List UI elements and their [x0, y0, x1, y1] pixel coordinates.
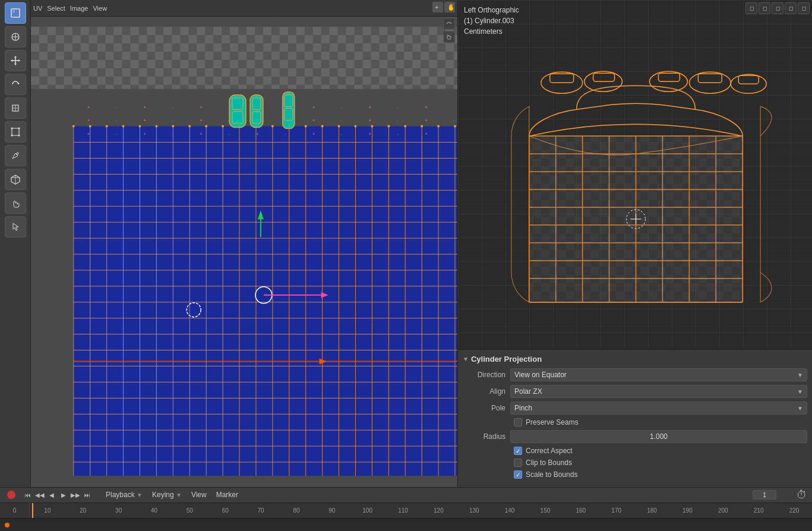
svg-rect-136	[252, 112, 261, 124]
svg-marker-10	[18, 59, 20, 62]
uv-canvas[interactable]: + + + + + + + - - - - - -	[31, 17, 457, 487]
svg-text:+: +	[256, 131, 259, 137]
vp-icon-5[interactable]: ◻	[798, 2, 810, 14]
pointer-tool-button[interactable]	[5, 216, 26, 238]
svg-text:+: +	[87, 105, 90, 110]
jump-start-button[interactable]: ⏮	[23, 489, 33, 500]
direction-dropdown[interactable]: View on Equator ▼	[510, 368, 807, 381]
frame-210: 210	[741, 507, 776, 514]
svg-text:+: +	[87, 131, 90, 137]
hand-icon-button[interactable]	[443, 31, 455, 43]
ruler-numbers: 10 20 30 40 50 60 70 80 90 100 110 120 1…	[30, 507, 812, 514]
scale-to-bounds-container[interactable]: ✓ Scale to Bounds	[514, 470, 577, 479]
rotate-tool-button[interactable]	[5, 74, 26, 95]
svg-point-109	[138, 125, 141, 128]
svg-marker-8	[14, 64, 17, 65]
clip-to-bounds-container[interactable]: Clip to Bounds	[514, 459, 572, 467]
transform-tool-button[interactable]	[5, 121, 26, 143]
svg-text:+: +	[87, 118, 90, 123]
correct-aspect-checkbox[interactable]: ✓	[514, 447, 522, 455]
preserve-seams-checkbox[interactable]	[514, 418, 522, 426]
viewport-3d[interactable]: Left Orthographic (1) Cylinder.003 Centi…	[458, 0, 812, 349]
scale-tool-button[interactable]	[5, 97, 26, 119]
svg-point-111	[172, 125, 174, 128]
svg-marker-7	[14, 56, 17, 58]
frame-150: 150	[527, 507, 563, 514]
playback-menu[interactable]: Playback ▼	[102, 489, 146, 500]
svg-text:✋: ✋	[447, 4, 453, 11]
zoom-icon-button[interactable]	[443, 18, 455, 30]
svg-marker-9	[11, 59, 12, 62]
frame-90: 90	[314, 507, 350, 514]
vp-icon-4[interactable]: ◻	[785, 2, 797, 14]
clip-to-bounds-checkbox[interactable]	[514, 459, 522, 467]
svg-point-17	[18, 128, 20, 129]
frame-counter-container: 1	[748, 490, 776, 500]
annotate-tool-button[interactable]	[5, 145, 26, 166]
vp-icon-2[interactable]: ◻	[759, 2, 770, 14]
svg-rect-134	[232, 112, 243, 124]
play-back-button[interactable]: ◀	[46, 489, 57, 500]
svg-text:+: +	[143, 131, 146, 137]
vp-icon-3[interactable]: ◻	[772, 2, 783, 14]
svg-text:+: +	[143, 105, 146, 110]
svg-rect-15	[12, 128, 19, 135]
align-dropdown[interactable]: Polar ZX ▼	[510, 385, 807, 398]
svg-rect-135	[252, 98, 261, 110]
svg-text:-: -	[172, 131, 173, 137]
svg-rect-31	[31, 27, 457, 89]
panel-title-text: Cylinder Projection	[471, 355, 542, 364]
record-button[interactable]	[7, 491, 15, 499]
current-frame-display[interactable]: 1	[753, 490, 776, 500]
timeline: ⏮ ◀◀ ◀ ▶ ▶▶ ⏭ Playback ▼ Keying ▼ View M…	[0, 487, 812, 518]
vp-icon-1[interactable]: ◻	[745, 2, 757, 14]
frame-40: 40	[137, 507, 172, 514]
frame-zero: 0	[0, 503, 30, 518]
scale-to-bounds-row: ✓ Scale to Bounds	[514, 470, 807, 479]
zoom-in-button[interactable]: +	[432, 2, 443, 12]
svg-rect-133	[232, 98, 243, 110]
frame-30: 30	[101, 507, 137, 514]
svg-rect-59	[74, 127, 457, 476]
ruler-track[interactable]: 10 20 30 40 50 60 70 80 90 100 110 120 1…	[30, 503, 812, 518]
select-label[interactable]: Select	[47, 5, 65, 12]
frame-170: 170	[599, 507, 634, 514]
preserve-seams-container[interactable]: Preserve Seams	[514, 418, 579, 426]
svg-text:-: -	[285, 131, 286, 137]
grab-tool-button[interactable]	[5, 192, 26, 214]
play-forward-button[interactable]: ▶	[58, 489, 69, 500]
image-label[interactable]: Image	[70, 5, 89, 12]
main-content: UV Select Image View + ✋	[31, 0, 812, 487]
svg-point-117	[271, 125, 274, 128]
view-menu[interactable]: View	[188, 489, 210, 500]
svg-text:-: -	[116, 118, 118, 123]
keying-menu[interactable]: Keying ▼	[149, 489, 185, 500]
frame-50: 50	[172, 507, 207, 514]
cursor-tool-button[interactable]	[5, 26, 26, 48]
pole-dropdown[interactable]: Pinch ▼	[510, 402, 807, 415]
next-frame-button[interactable]: ▶▶	[70, 489, 81, 500]
timeline-ruler[interactable]: 0 10 20 30 40 50 60 70 80 90 100 110 120…	[0, 503, 812, 518]
prev-frame-button[interactable]: ◀◀	[34, 489, 45, 500]
scale-to-bounds-checkbox[interactable]: ✓	[514, 470, 522, 479]
svg-point-108	[122, 125, 125, 128]
zoom-out-button[interactable]: ✋	[444, 2, 455, 12]
correct-aspect-row: ✓ Correct Aspect	[514, 447, 807, 455]
align-value: Polar ZX	[514, 387, 542, 396]
frame-160: 160	[563, 507, 599, 514]
viewport-projection: Left Orthographic	[464, 5, 519, 15]
properties-panel: ▼ Cylinder Projection Direction View on …	[458, 349, 812, 487]
svg-point-123	[371, 125, 373, 128]
top-area: UV Select Image View + ✋	[0, 0, 812, 487]
view-label[interactable]: View	[93, 5, 107, 12]
direction-row: Direction View on Equator ▼	[463, 368, 807, 381]
panel-collapse-arrow[interactable]: ▼	[463, 356, 469, 362]
frame-position-indicator	[32, 503, 33, 518]
select-tool-button[interactable]	[5, 2, 26, 24]
cube-tool-button[interactable]	[5, 169, 26, 190]
marker-menu[interactable]: Marker	[213, 489, 242, 500]
jump-end-button[interactable]: ⏭	[82, 489, 93, 500]
move-tool-button[interactable]	[5, 50, 26, 71]
correct-aspect-container[interactable]: ✓ Correct Aspect	[514, 447, 573, 455]
radius-input[interactable]: 1.000	[510, 430, 807, 443]
